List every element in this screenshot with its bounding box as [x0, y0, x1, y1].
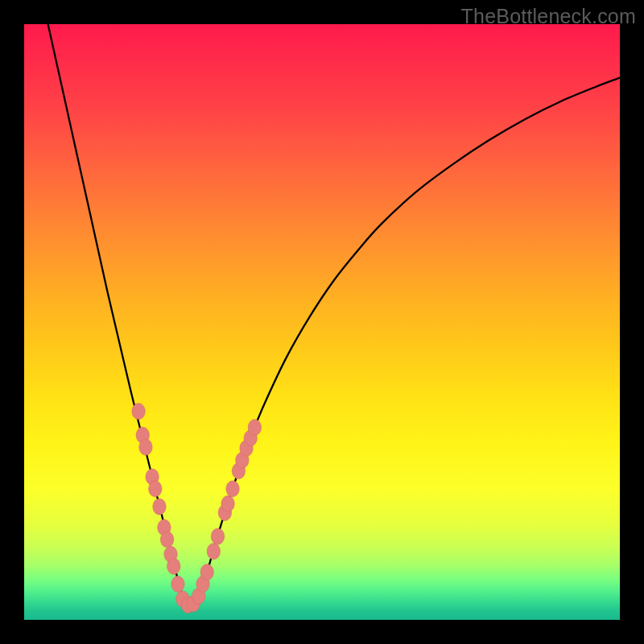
- marker-point: [248, 419, 261, 436]
- highlighted-points: [132, 403, 262, 613]
- marker-point: [207, 543, 220, 559]
- chart-frame: TheBottleneck.com: [0, 0, 644, 644]
- bottleneck-curve: [48, 24, 620, 611]
- plot-area: [24, 24, 620, 620]
- marker-point: [167, 558, 180, 574]
- marker-point: [153, 498, 166, 514]
- marker-point: [171, 576, 184, 592]
- marker-point: [221, 496, 234, 512]
- marker-point: [226, 481, 239, 497]
- marker-point: [200, 564, 213, 580]
- marker-point: [132, 403, 145, 419]
- marker-point: [211, 528, 224, 544]
- chart-overlay: [24, 24, 620, 620]
- marker-point: [139, 439, 152, 455]
- marker-point: [149, 481, 162, 497]
- marker-point: [160, 531, 173, 547]
